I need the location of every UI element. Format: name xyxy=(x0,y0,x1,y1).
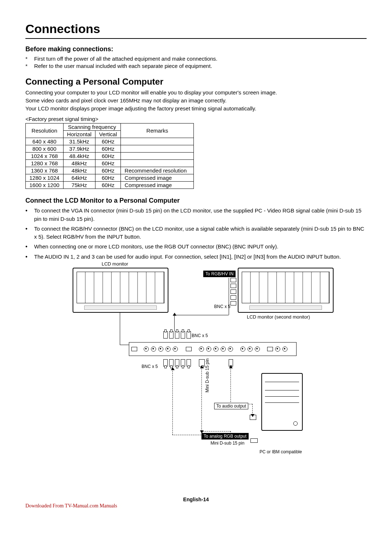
table-row: 640 x 48031.5kHz60Hz xyxy=(26,138,194,145)
bnc-x5-label-3: BNC x 5 xyxy=(142,364,158,369)
mini-dsub-15pin-label: Mini D-sub 15 pin xyxy=(211,441,244,446)
table-cell: 60Hz xyxy=(95,160,121,167)
table-cell xyxy=(121,145,194,153)
page-number: English-14 xyxy=(25,497,367,502)
connect-pc-heading: Connecting a Personal Computer xyxy=(25,77,367,87)
connect-item: When connecting one or more LCD monitors… xyxy=(25,243,367,251)
paragraph: Connecting your computer to your LCD mon… xyxy=(25,89,367,96)
pc-or-ibm-label: PC or IBM compatible xyxy=(260,449,302,454)
table-cell xyxy=(121,160,194,167)
to-audio-output-label: To audio output xyxy=(214,403,248,409)
bnc-x5-label-2: BNC x 5 xyxy=(192,333,208,338)
mini-dsub-15pin-vertical-label: Mini D-sub 15 pin xyxy=(205,358,210,392)
table-cell: Recommended resolution xyxy=(121,167,194,174)
lcd-monitor-second-label: LCD monitor (second monitor) xyxy=(247,314,310,320)
connect-lcd-heading: Connect the LCD Monitor to a Personal Co… xyxy=(25,197,367,204)
page-title: Connections xyxy=(25,22,367,36)
table-cell: 60Hz xyxy=(95,138,121,145)
th-remarks: Remarks xyxy=(121,123,194,138)
table-cell: 75kHz xyxy=(63,182,95,189)
table-cell: 48kHz xyxy=(63,167,95,174)
rear-panel-icon xyxy=(129,342,297,356)
th-horizontal: Horizontal xyxy=(63,131,95,138)
connect-list: To connect the VGA IN connector (mini D-… xyxy=(25,207,367,261)
th-vertical: Vertical xyxy=(95,131,121,138)
th-scanning: Scanning frequency xyxy=(63,123,121,131)
table-cell: 60Hz xyxy=(95,174,121,182)
lcd-monitor-second-icon xyxy=(238,268,334,313)
table-row: 1600 x 120075kHz60HzCompressed image xyxy=(26,182,194,189)
title-rule xyxy=(25,38,367,39)
connection-diagram: LCD monitor LCD monitor (second monitor)… xyxy=(25,268,367,471)
table-row: 1280 x 102464kHz60HzCompressed image xyxy=(26,174,194,182)
table-cell: Compressed image xyxy=(121,174,194,182)
download-source: Downloaded From TV-Manual.com Manuals xyxy=(25,503,367,509)
before-item: Refer to the user manual included with e… xyxy=(25,62,367,70)
table-cell: 1280 x 768 xyxy=(26,160,64,167)
table-row: 800 x 60037.9kHz60Hz xyxy=(26,145,194,153)
page: Connections Before making connections: F… xyxy=(0,0,392,523)
table-cell: 1280 x 1024 xyxy=(26,174,64,182)
table-cell xyxy=(121,138,194,145)
connect-item: To connect the RGB/HV connector (BNC) on… xyxy=(25,225,367,240)
table-cell: 1600 x 1200 xyxy=(26,182,64,189)
paragraph: Your LCD monitor displays proper image a… xyxy=(25,105,367,112)
before-heading: Before making connections: xyxy=(25,45,367,53)
table-cell: 60Hz xyxy=(95,145,121,153)
table-row: 1360 x 76848kHz60HzRecommended resolutio… xyxy=(26,167,194,174)
table-cell: 48.4kHz xyxy=(63,153,95,160)
table-cell: 640 x 480 xyxy=(26,138,64,145)
to-rgbhv-in-label: To RGB/HV IN xyxy=(203,271,236,277)
lcd-monitor-icon xyxy=(73,268,168,313)
table-cell: 60Hz xyxy=(95,167,121,174)
to-analog-rgb-output-label: To analog RGB output xyxy=(201,433,249,439)
before-list: First turn off the power of all the atta… xyxy=(25,55,367,70)
table-cell: 64kHz xyxy=(63,174,95,182)
table-cell: 60Hz xyxy=(95,182,121,189)
pc-tower-icon xyxy=(261,373,303,431)
table-row: 1024 x 76848.4kHz60Hz xyxy=(26,153,194,160)
connect-item: The AUDIO IN 1, 2 and 3 can be used for … xyxy=(25,253,367,261)
table-cell: 800 x 600 xyxy=(26,145,64,153)
before-item: First turn off the power of all the atta… xyxy=(25,55,367,62)
th-resolution: Resolution xyxy=(26,123,64,138)
table-cell: Compressed image xyxy=(121,182,194,189)
table-cell: 48kHz xyxy=(63,160,95,167)
table-caption: <Factory preset signal timing> xyxy=(25,116,367,122)
table-cell: 60Hz xyxy=(95,153,121,160)
table-cell: 37.9kHz xyxy=(63,145,95,153)
table-cell: 1360 x 768 xyxy=(26,167,64,174)
table-cell xyxy=(121,153,194,160)
table-cell: 31.5kHz xyxy=(63,138,95,145)
timing-table: Resolution Scanning frequency Remarks Ho… xyxy=(25,123,194,189)
table-row: 1280 x 76848kHz60Hz xyxy=(26,160,194,167)
connect-item: To connect the VGA IN connector (mini D-… xyxy=(25,207,367,222)
paragraph: Some video cards and pixel clock over 16… xyxy=(25,97,367,104)
table-cell: 1024 x 768 xyxy=(26,153,64,160)
lcd-monitor-label: LCD monitor xyxy=(102,261,128,267)
bnc-x5-label: BNC x 5 xyxy=(214,304,230,309)
